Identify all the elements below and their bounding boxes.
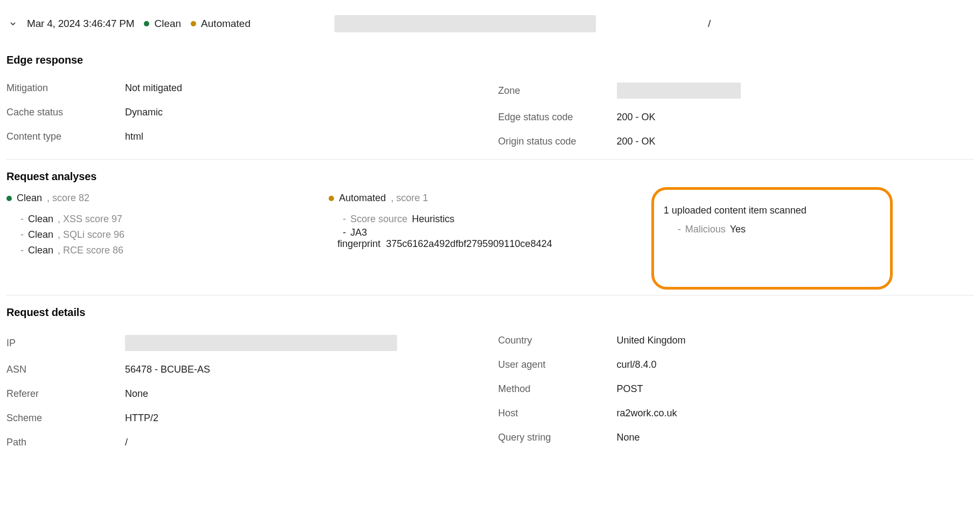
log-header-row: Mar 4, 2024 3:46:47 PM Clean Automated / (6, 5, 974, 49)
status-dot-automated-icon (191, 21, 196, 26)
divider (6, 295, 974, 296)
waf-item-name: , RCE score 86 (58, 245, 123, 256)
waf-item-sqli: - Clean, SQLi score 96 (20, 227, 329, 243)
edge-response-grid: Mitigation Not mitigated Cache status Dy… (6, 76, 974, 154)
kv-path: Path / (6, 430, 482, 455)
bot-ja3: - JA3 fingerprint 375c6162a492dfbf279590… (343, 227, 651, 250)
waf-label: Clean (17, 193, 42, 204)
kv-method: Method POST (498, 377, 974, 401)
scan-malicious-value: Yes (730, 224, 746, 235)
kv-label: Origin status code (498, 136, 617, 147)
kv-value: html (125, 131, 143, 142)
timestamp: Mar 4, 2024 3:46:47 PM (27, 18, 134, 30)
kv-country: Country United Kingdom (498, 328, 974, 353)
waf-sublist: - Clean, XSS score 97 - Clean, SQLi scor… (20, 211, 329, 258)
log-detail-panel: Mar 4, 2024 3:46:47 PM Clean Automated /… (0, 0, 980, 471)
bot-score-source: - Score source Heuristics (343, 211, 651, 227)
status-dot-clean-icon (144, 21, 149, 26)
kv-value: POST (617, 383, 643, 395)
bot-score: , score 1 (391, 193, 428, 204)
kv-zone: Zone (498, 76, 974, 105)
kv-asn: ASN 56478 - BCUBE-AS (6, 358, 482, 382)
kv-edge-status: Edge status code 200 - OK (498, 105, 974, 129)
kv-label: Cache status (6, 107, 125, 118)
kv-scheme: Scheme HTTP/2 (6, 406, 482, 430)
kv-ip: IP (6, 328, 482, 358)
analysis-bot: Automated, score 1 - Score source Heuris… (329, 193, 651, 250)
kv-value: None (617, 432, 640, 443)
waf-item-status: Clean (28, 245, 53, 256)
waf-status-label: Clean (154, 18, 181, 30)
details-grid: IP ASN 56478 - BCUBE-AS Referer None Sch… (6, 328, 974, 455)
ja3-label: JA3 (350, 227, 367, 238)
kv-label: ASN (6, 364, 125, 375)
waf-item-name: , SQLi score 96 (58, 229, 124, 241)
kv-label: Path (6, 437, 125, 448)
redacted-zone (617, 83, 741, 99)
kv-label: Mitigation (6, 83, 125, 94)
section-analyses-title: Request analyses (6, 170, 974, 183)
analysis-bot-head: Automated, score 1 (329, 193, 651, 204)
kv-label: Zone (498, 85, 617, 97)
redacted-host (335, 15, 596, 32)
kv-label: Method (498, 383, 617, 395)
kv-label: User agent (498, 359, 617, 370)
kv-query-string: Query string None (498, 425, 974, 450)
analyses-grid: Clean, score 82 - Clean, XSS score 97 - … (6, 193, 974, 290)
kv-origin-status: Origin status code 200 - OK (498, 129, 974, 154)
kv-user-agent: User agent curl/8.4.0 (498, 353, 974, 377)
kv-value: ra2work.co.uk (617, 408, 677, 419)
bot-source-label: Score source (350, 214, 407, 225)
kv-label: Edge status code (498, 112, 617, 123)
waf-item-xss: - Clean, XSS score 97 (20, 211, 329, 227)
kv-cache-status: Cache status Dynamic (6, 100, 482, 125)
kv-label: IP (6, 338, 125, 349)
waf-status-pill: Clean (144, 18, 181, 30)
waf-item-rce: - Clean, RCE score 86 (20, 243, 329, 258)
kv-content-type: Content type html (6, 125, 482, 149)
chevron-down-icon[interactable] (9, 19, 17, 28)
kv-label: Content type (6, 131, 125, 142)
kv-value: / (125, 437, 128, 448)
section-edge-response-title: Edge response (6, 54, 974, 66)
fingerprint-value: 375c6162a492dfbf2795909110ce8424 (386, 238, 552, 250)
scan-malicious-label: Malicious (685, 224, 726, 235)
kv-mitigation: Mitigation Not mitigated (6, 76, 482, 100)
kv-value: None (125, 388, 148, 400)
redacted-ip (125, 335, 397, 351)
kv-host: Host ra2work.co.uk (498, 401, 974, 425)
analysis-content-scan-highlight: 1 uploaded content item scanned - Malici… (651, 187, 893, 290)
bot-status-pill: Automated (191, 18, 251, 30)
bot-status-label: Automated (201, 18, 251, 30)
bot-sublist: - Score source Heuristics (343, 211, 651, 227)
bot-source-value: Heuristics (412, 214, 454, 225)
kv-label: Scheme (6, 413, 125, 424)
header-path: / (606, 18, 711, 30)
analysis-waf-head: Clean, score 82 (6, 193, 329, 204)
kv-value: curl/8.4.0 (617, 359, 657, 370)
waf-item-name: , XSS score 97 (58, 214, 122, 225)
bot-label: Automated (339, 193, 386, 204)
status-dot-automated-icon (329, 196, 334, 201)
kv-label: Query string (498, 432, 617, 443)
kv-label: Referer (6, 388, 125, 400)
kv-value: Dynamic (125, 107, 163, 118)
status-dot-clean-icon (6, 196, 12, 201)
analysis-waf: Clean, score 82 - Clean, XSS score 97 - … (6, 193, 329, 258)
kv-value: 200 - OK (617, 136, 656, 147)
waf-score: , score 82 (47, 193, 89, 204)
waf-item-status: Clean (28, 229, 53, 241)
kv-value: 200 - OK (617, 112, 656, 123)
scan-malicious-row: - Malicious Yes (678, 224, 880, 235)
kv-value: HTTP/2 (125, 413, 158, 424)
section-details-title: Request details (6, 306, 974, 319)
kv-value: Not mitigated (125, 83, 182, 94)
waf-item-status: Clean (28, 214, 53, 225)
kv-value: United Kingdom (617, 335, 686, 346)
scan-head: 1 uploaded content item scanned (664, 205, 880, 216)
kv-referer: Referer None (6, 382, 482, 406)
kv-value: 56478 - BCUBE-AS (125, 364, 210, 375)
kv-label: Country (498, 335, 617, 346)
divider (6, 159, 974, 160)
kv-label: Host (498, 408, 617, 419)
